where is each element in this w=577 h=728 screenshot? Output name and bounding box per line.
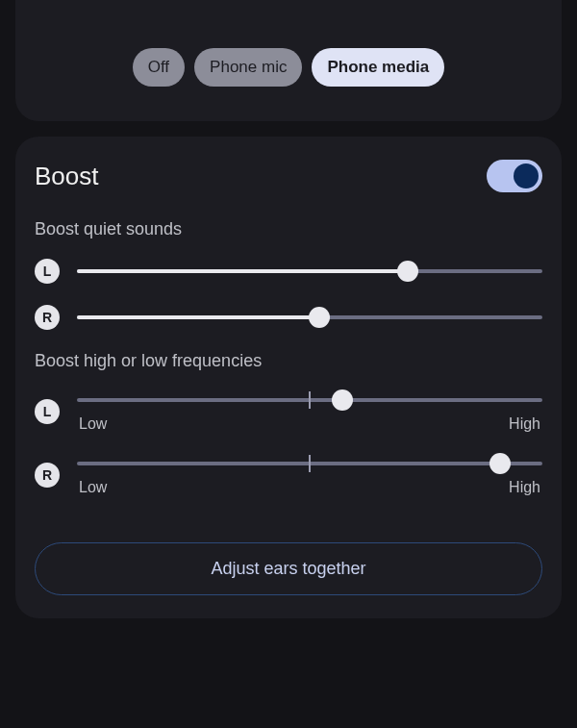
center-tick-icon [309, 391, 311, 409]
mode-selector-card: Off Phone mic Phone media [15, 0, 562, 121]
boost-header: Boost [35, 160, 542, 192]
center-tick-icon [309, 455, 311, 472]
quiet-right-row: R [35, 305, 542, 330]
boost-toggle-knob [514, 163, 539, 188]
adjust-ears-button[interactable]: Adjust ears together [35, 542, 542, 595]
boost-title: Boost [35, 162, 99, 191]
ear-badge-right: R [35, 305, 60, 330]
mode-option-off[interactable]: Off [133, 48, 185, 87]
freq-low-label: Low [79, 415, 107, 433]
freq-high-label: High [509, 479, 540, 496]
quiet-sounds-heading: Boost quiet sounds [35, 219, 542, 239]
boost-toggle[interactable] [487, 160, 542, 192]
mode-selector-group: Off Phone mic Phone media [35, 48, 542, 87]
ear-badge-right-freq: R [35, 463, 60, 488]
freq-left-slider[interactable]: Low High [77, 390, 542, 433]
freq-high-label: High [509, 415, 540, 433]
freq-right-slider[interactable]: Low High [77, 454, 542, 496]
frequencies-heading: Boost high or low frequencies [35, 351, 542, 371]
freq-right-row: R Low High [35, 454, 542, 496]
freq-left-row: L Low High [35, 390, 542, 433]
ear-badge-left-freq: L [35, 399, 60, 424]
mode-option-phone-media[interactable]: Phone media [312, 48, 444, 87]
ear-badge-left: L [35, 259, 60, 284]
quiet-right-slider[interactable] [77, 308, 542, 327]
freq-low-label: Low [79, 479, 107, 496]
boost-card: Boost Boost quiet sounds L R Boost high … [15, 137, 562, 618]
quiet-left-slider[interactable] [77, 262, 542, 281]
mode-option-phone-mic[interactable]: Phone mic [194, 48, 302, 87]
quiet-left-row: L [35, 259, 542, 284]
